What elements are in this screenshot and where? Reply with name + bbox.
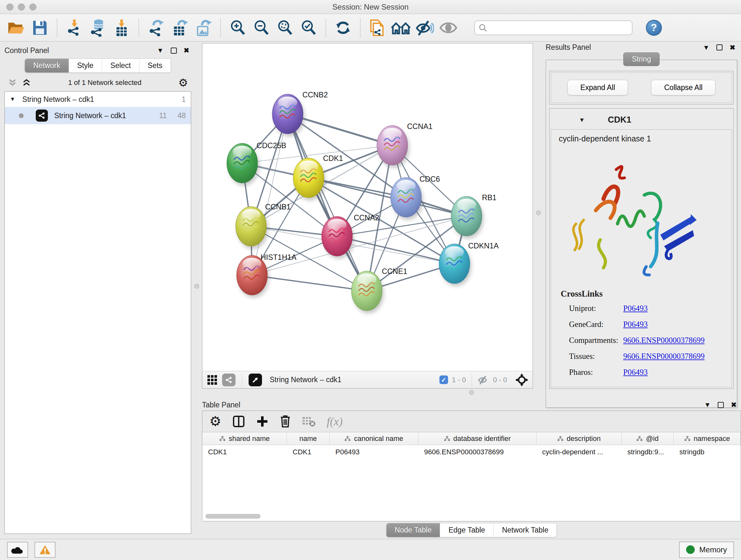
crosslinks-list: Uniprot:P06493GeneCard:P06493Compartment… [561,304,732,377]
zoom-fit-button[interactable] [274,17,295,39]
network-node-CCNB2[interactable]: CCNB2 [272,91,328,137]
panel-close-icon[interactable]: ✖ [730,44,735,51]
column-header-name[interactable]: name [287,432,330,445]
zoom-out-button[interactable] [251,17,272,39]
tab-edge-table[interactable]: Edge Table [440,523,494,537]
network-node-HIST1H1A[interactable]: HIST1H1A [237,253,297,298]
column-header-description[interactable]: description [536,432,622,445]
hide-selected-button[interactable] [414,17,435,39]
network-node-CCNA2[interactable]: CCNA2 [322,213,379,259]
import-network-database-button[interactable] [87,17,109,39]
zoom-in-button[interactable] [227,17,248,39]
network-edge[interactable] [287,114,367,291]
panel-menu-icon[interactable]: ▼ [157,47,164,54]
tab-network-table[interactable]: Network Table [494,523,556,537]
help-button[interactable]: ? [646,20,662,36]
crosslink-value[interactable]: P06493 [623,320,648,329]
splitter-handle[interactable] [536,210,541,215]
show-all-button[interactable] [438,17,459,39]
expand-all-button[interactable]: Expand All [567,80,628,96]
save-session-button[interactable] [29,17,51,39]
panel-close-icon[interactable]: ✖ [184,47,190,54]
tab-select[interactable]: Select [102,59,139,72]
panel-menu-icon[interactable]: ▼ [703,44,710,51]
entry-description: cyclin-dependent kinase 1 [551,134,732,143]
export-network-button[interactable] [145,17,166,39]
network-node-CDC25B[interactable]: CDC25B [227,141,286,186]
refresh-button[interactable] [333,17,354,39]
crosslink-value[interactable]: P06493 [623,368,648,377]
memory-button[interactable]: Memory [679,542,734,558]
crosslink-value[interactable]: 9606.ENSP00000378699 [623,336,704,345]
panel-float-icon[interactable] [171,48,177,54]
tab-style[interactable]: Style [69,59,102,72]
collapse-all-button[interactable]: Collapse All [651,80,716,96]
column-header-@id[interactable]: @id [622,432,674,445]
string-home-button[interactable] [391,17,412,39]
column-header-shared-name[interactable]: shared name [202,432,287,445]
right-splitter[interactable] [533,43,544,388]
column-header-canonical-name[interactable]: canonical name [330,432,418,445]
collapse-all-icon[interactable] [8,78,17,87]
network-node-CDC6[interactable]: CDC6 [391,175,440,220]
toolbar-search[interactable] [474,20,632,35]
panel-float-icon[interactable] [718,402,724,408]
left-splitter[interactable] [191,42,202,539]
crosslink-value[interactable]: P06493 [623,304,648,313]
delete-table-icon[interactable] [302,416,316,427]
network-edge[interactable] [252,216,467,275]
splitter-handle[interactable] [194,284,199,289]
memory-label: Memory [699,545,727,554]
search-input[interactable] [490,23,628,32]
import-network-file-button[interactable] [64,17,85,39]
function-builder-icon[interactable]: f(x) [327,415,343,428]
clone-network-button[interactable] [367,17,388,39]
warnings-button[interactable] [35,542,56,558]
crosslink-value[interactable]: 9606.ENSP00000378699 [623,352,704,361]
refresh-icon [335,19,351,36]
show-columns-icon[interactable] [232,415,245,428]
panel-close-icon[interactable]: ✖ [731,401,737,409]
node-label-CCNB1: CCNB1 [265,203,291,211]
expand-all-icon[interactable] [22,78,31,87]
column-header-database-identifier[interactable]: database identifier [418,432,536,445]
network-node-CDKN1A[interactable]: CDKN1A [439,242,499,287]
cloud-button[interactable] [7,542,28,558]
zoom-selected-button[interactable] [298,17,319,39]
import-table-button[interactable] [111,17,132,39]
entry-collapse-icon[interactable]: ▼ [579,117,585,124]
detach-view-icon[interactable] [249,374,262,386]
network-row-selected[interactable]: String Network – cdk1 11 48 [5,107,191,124]
tab-string[interactable]: String [623,52,660,66]
network-canvas[interactable]: CCNB2CCNA1CDC25BCDK1CDC6RB1CCNB1CCNA2CDK… [202,44,533,371]
column-header-namespace[interactable]: namespace [674,432,741,445]
network-badge-icon[interactable] [222,374,235,386]
export-image-button[interactable] [193,17,214,39]
cdk1-entry: ▼ CDK1 cyclin-dependent kinase 1 [549,108,734,389]
table-row[interactable]: CDK1CDK1P064939606.ENSP00000378699cyclin… [202,445,741,459]
network-node-CCNA1[interactable]: CCNA1 [377,122,432,168]
tree-expand-icon[interactable]: ▼ [10,96,15,103]
tab-network[interactable]: Network [25,59,69,72]
table-settings-icon[interactable]: ⚙ [209,415,221,428]
splitter-handle[interactable] [469,390,474,395]
export-table-button[interactable] [169,17,190,39]
birdseye-icon[interactable] [515,374,528,386]
selected-checkbox-icon[interactable]: ✓ [440,375,448,384]
add-column-icon[interactable] [256,415,269,428]
grid-view-icon[interactable] [207,374,218,385]
network-node-CCNB1[interactable]: CCNB1 [236,203,291,249]
tab-node-table[interactable]: Node Table [387,523,441,537]
gear-icon[interactable]: ⚙ [179,77,188,88]
delete-column-icon[interactable] [280,415,291,428]
network-node-CCNE1[interactable]: CCNE1 [351,267,407,314]
network-node-RB1[interactable]: RB1 [451,193,496,239]
panel-menu-icon[interactable]: ▼ [704,401,711,409]
open-session-button[interactable] [6,17,27,39]
horizontal-scrollbar[interactable] [205,514,260,518]
network-edge[interactable] [252,275,367,291]
horizontal-splitter[interactable] [202,388,741,396]
network-collection-row[interactable]: ▼ String Network – cdk1 1 [5,91,191,107]
panel-float-icon[interactable] [717,44,723,51]
tab-sets[interactable]: Sets [139,59,171,72]
